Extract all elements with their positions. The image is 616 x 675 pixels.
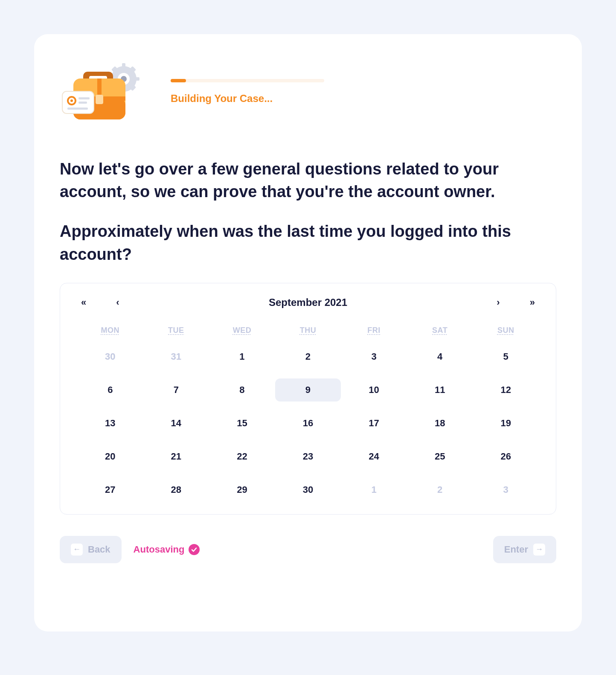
day-of-week-header: TUE <box>143 326 209 335</box>
calendar-day[interactable]: 15 <box>209 412 275 435</box>
calendar-nav: « ‹ September 2021 › » <box>77 296 539 309</box>
progress-label: Building Your Case... <box>171 93 556 105</box>
back-button[interactable]: ← Back <box>60 536 122 563</box>
calendar-day[interactable]: 17 <box>341 412 407 435</box>
calendar-day[interactable]: 16 <box>275 412 341 435</box>
calendar-day[interactable]: 27 <box>77 478 143 501</box>
calendar-day[interactable]: 4 <box>407 345 473 368</box>
calendar-day[interactable]: 28 <box>143 478 209 501</box>
enter-button[interactable]: Enter → <box>493 536 556 563</box>
calendar: « ‹ September 2021 › » MONTUEWEDTHUFRISA… <box>60 283 556 515</box>
svg-rect-15 <box>96 95 103 104</box>
calendar-day[interactable]: 11 <box>407 378 473 402</box>
calendar-day[interactable]: 26 <box>473 445 539 468</box>
briefcase-illustration <box>60 60 145 124</box>
calendar-day[interactable]: 2 <box>275 345 341 368</box>
footer: ← Back Autosaving Enter → <box>60 536 556 563</box>
next-year-button[interactable]: » <box>526 296 539 309</box>
calendar-day[interactable]: 22 <box>209 445 275 468</box>
calendar-day[interactable]: 24 <box>341 445 407 468</box>
day-of-week-header: SAT <box>407 326 473 335</box>
autosave-status: Autosaving <box>134 544 200 555</box>
calendar-day[interactable]: 30 <box>77 345 143 368</box>
calendar-day[interactable]: 3 <box>341 345 407 368</box>
calendar-day[interactable]: 14 <box>143 412 209 435</box>
day-of-week-header: FRI <box>341 326 407 335</box>
prev-year-button[interactable]: « <box>77 296 90 309</box>
svg-rect-4 <box>134 77 139 81</box>
calendar-day[interactable]: 10 <box>341 378 407 402</box>
day-of-week-header: THU <box>275 326 341 335</box>
header: Building Your Case... <box>60 60 556 124</box>
calendar-day[interactable]: 1 <box>209 345 275 368</box>
check-icon <box>189 544 200 555</box>
svg-rect-20 <box>78 102 87 104</box>
svg-rect-16 <box>62 91 94 113</box>
calendar-day[interactable]: 31 <box>143 345 209 368</box>
calendar-day[interactable]: 18 <box>407 412 473 435</box>
calendar-day[interactable]: 8 <box>209 378 275 402</box>
back-label: Back <box>88 544 110 555</box>
arrow-right-icon: → <box>533 544 545 556</box>
calendar-day[interactable]: 21 <box>143 445 209 468</box>
calendar-day[interactable]: 23 <box>275 445 341 468</box>
calendar-day[interactable]: 20 <box>77 445 143 468</box>
progress-bar <box>171 79 324 82</box>
autosave-label: Autosaving <box>134 544 185 555</box>
calendar-grid: MONTUEWEDTHUFRISATSUN3031123456789101112… <box>77 326 539 501</box>
calendar-title: September 2021 <box>269 297 347 308</box>
enter-label: Enter <box>504 544 528 555</box>
day-of-week-header: MON <box>77 326 143 335</box>
calendar-day[interactable]: 5 <box>473 345 539 368</box>
calendar-day[interactable]: 25 <box>407 445 473 468</box>
question-heading: Approximately when was the last time you… <box>60 220 556 265</box>
calendar-day[interactable]: 7 <box>143 378 209 402</box>
svg-rect-21 <box>67 108 88 110</box>
form-card: Building Your Case... Now let's go over … <box>34 34 582 631</box>
day-of-week-header: WED <box>209 326 275 335</box>
prev-month-button[interactable]: ‹ <box>111 296 124 309</box>
arrow-left-icon: ← <box>71 544 83 556</box>
next-month-button[interactable]: › <box>492 296 505 309</box>
calendar-day[interactable]: 6 <box>77 378 143 402</box>
calendar-day[interactable]: 2 <box>407 478 473 501</box>
calendar-day[interactable]: 30 <box>275 478 341 501</box>
id-card-icon <box>62 91 94 113</box>
svg-rect-1 <box>122 63 125 69</box>
svg-rect-19 <box>78 97 90 99</box>
calendar-day[interactable]: 19 <box>473 412 539 435</box>
calendar-day[interactable]: 3 <box>473 478 539 501</box>
calendar-day[interactable]: 1 <box>341 478 407 501</box>
progress-section: Building Your Case... <box>171 79 556 105</box>
calendar-day[interactable]: 9 <box>275 378 341 402</box>
progress-fill <box>171 79 186 82</box>
svg-point-18 <box>70 99 73 102</box>
calendar-day[interactable]: 13 <box>77 412 143 435</box>
calendar-day[interactable]: 29 <box>209 478 275 501</box>
day-of-week-header: SUN <box>473 326 539 335</box>
intro-heading: Now let's go over a few general question… <box>60 158 556 203</box>
calendar-day[interactable]: 12 <box>473 378 539 402</box>
